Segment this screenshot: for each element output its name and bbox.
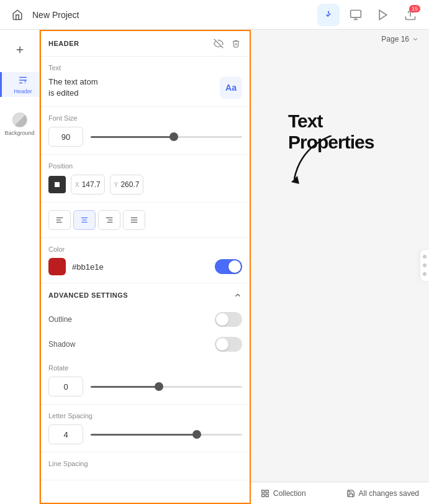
color-swatch[interactable] (48, 258, 66, 275)
shadow-toggle-knob (216, 338, 228, 351)
play-icon[interactable] (372, 4, 394, 26)
handle-dot-1 (423, 255, 427, 259)
sidebar-item-header[interactable]: T Header (0, 72, 39, 97)
color-label: Color (48, 245, 242, 253)
align-right[interactable] (98, 210, 120, 230)
panel-header-icons (212, 37, 242, 50)
outline-toggle[interactable] (215, 312, 242, 327)
svg-rect-21 (266, 490, 268, 492)
share-icon[interactable]: 15 (399, 4, 422, 26)
save-icon[interactable] (317, 4, 340, 26)
chevron-up-icon (233, 291, 242, 300)
letter-spacing-section: Letter Spacing 4 (41, 405, 250, 452)
handle-dot-2 (423, 263, 427, 267)
top-bar-icons: 15 (317, 4, 422, 26)
visibility-icon[interactable] (212, 37, 225, 50)
rotate-input[interactable]: 0 (48, 377, 83, 396)
panel-title: HEADER (48, 40, 212, 47)
outline-label: Outline (48, 315, 209, 324)
save-label: All changes saved (359, 489, 419, 498)
delete-icon[interactable] (230, 37, 242, 50)
page-label: Page 16 (381, 35, 409, 44)
letter-spacing-row: 4 (48, 424, 242, 444)
font-size-section: Font Size 90 (41, 107, 250, 155)
left-sidebar: T Header Background (0, 30, 40, 504)
align-left[interactable] (48, 210, 71, 230)
alignment-section (41, 203, 250, 238)
text-line1: The text atom (48, 76, 215, 88)
outline-row: Outline (41, 307, 250, 332)
advanced-settings-header[interactable]: ADVANCED SETTINGS (41, 283, 250, 307)
chevron-down-icon (412, 35, 419, 43)
save-icon (346, 489, 355, 498)
shadow-toggle[interactable] (215, 337, 242, 352)
panel-header: HEADER (41, 31, 250, 57)
text-label: Text (48, 64, 242, 71)
line-spacing-section: Line Spacing (41, 452, 250, 480)
line-spacing-label: Line Spacing (48, 460, 242, 467)
rotate-section: Rotate 0 (41, 357, 250, 405)
shadow-row: Shadow (41, 332, 250, 357)
font-size-input[interactable]: 90 (48, 127, 83, 147)
shadow-label: Shadow (48, 340, 209, 349)
share-badge: 15 (409, 5, 420, 12)
text-line2: is edited (48, 88, 215, 99)
pos-y-label: Y (114, 181, 119, 188)
font-size-row: 90 (48, 127, 242, 147)
annotation-arrow (288, 135, 338, 185)
position-anchor[interactable] (48, 176, 66, 193)
color-toggle[interactable] (215, 259, 242, 274)
letter-spacing-label: Letter Spacing (48, 412, 242, 419)
svg-text:T: T (24, 80, 27, 85)
rotate-label: Rotate (48, 364, 242, 372)
right-handle (420, 250, 429, 281)
pos-y-value: 260.7 (120, 180, 139, 189)
svg-marker-2 (379, 10, 387, 19)
font-size-label: Font Size (48, 114, 242, 122)
pos-x-field[interactable]: X 147.7 (71, 175, 105, 195)
canvas-top: Page 16 (251, 30, 429, 48)
pos-y-field[interactable]: Y 260.7 (110, 175, 144, 195)
color-hex[interactable]: #bb1e1e (72, 262, 104, 272)
position-section: Position X 147.7 Y 260.7 (41, 155, 250, 203)
collection-icon (261, 489, 269, 498)
page-indicator[interactable]: Page 16 (381, 35, 419, 44)
toggle-knob (228, 260, 241, 273)
save-status: All changes saved (346, 489, 419, 498)
letter-spacing-slider[interactable] (91, 428, 242, 441)
font-size-slider[interactable] (91, 131, 242, 143)
collection-button[interactable]: Collection (261, 489, 306, 498)
pos-x-value: 147.7 (82, 180, 101, 189)
properties-panel: HEADER Text (40, 30, 251, 504)
project-title: New Project (32, 10, 312, 20)
canvas-area: Page 16 Text Properties (251, 30, 429, 504)
align-row (48, 210, 242, 230)
letter-spacing-input[interactable]: 4 (48, 424, 83, 444)
rotate-row: 0 (48, 377, 242, 396)
sidebar-item-background[interactable]: Background (7, 112, 32, 137)
pos-x-label: X (75, 181, 79, 188)
add-button[interactable] (7, 37, 32, 62)
svg-rect-20 (262, 490, 264, 492)
preview-icon[interactable] (345, 4, 367, 26)
text-atom-row: The text atom is edited Aa (48, 76, 242, 99)
outline-toggle-knob (216, 313, 228, 326)
aa-button[interactable]: Aa (220, 76, 242, 99)
handle-dot-3 (423, 272, 427, 276)
color-row: #bb1e1e (48, 258, 242, 275)
position-row: X 147.7 Y 260.7 (48, 175, 242, 195)
top-bar: New Project 15 (0, 0, 429, 30)
color-section: Color #bb1e1e (41, 238, 250, 283)
canvas-main[interactable]: Text Properties (251, 48, 429, 482)
text-section: Text The text atom is edited Aa (41, 57, 250, 107)
svg-rect-1 (351, 10, 361, 17)
align-center[interactable] (73, 210, 96, 230)
align-justify[interactable] (123, 210, 145, 230)
bottom-bar: Collection All changes saved (251, 482, 429, 504)
text-content[interactable]: The text atom is edited (48, 76, 215, 99)
sidebar-background-label: Background (4, 130, 34, 136)
adv-title: ADVANCED SETTINGS (48, 291, 233, 299)
position-label: Position (48, 162, 242, 170)
rotate-slider[interactable] (91, 380, 242, 393)
home-button[interactable] (7, 5, 27, 25)
